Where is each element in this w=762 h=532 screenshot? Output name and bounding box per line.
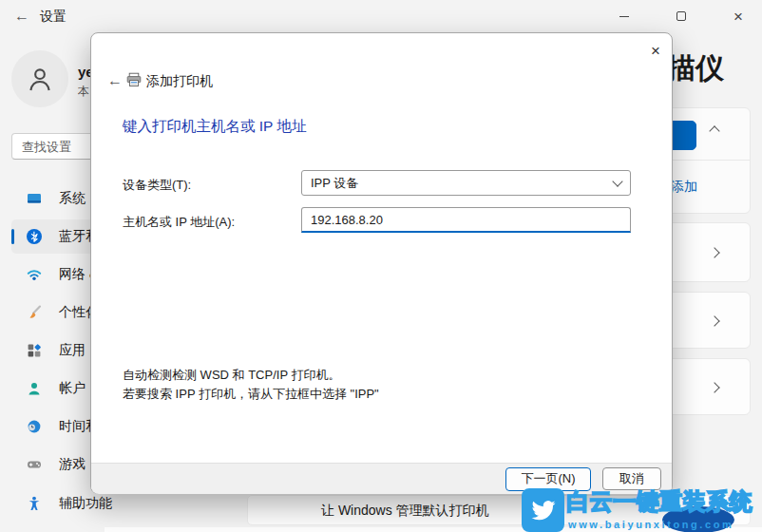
accessibility-icon xyxy=(27,496,42,511)
user-avatar[interactable] xyxy=(11,50,68,107)
hostname-input[interactable] xyxy=(301,207,631,233)
watermark-brand: 白云一键重装系统 xyxy=(566,486,752,517)
window-title: 设置 xyxy=(40,9,67,26)
hostname-label: 主机名或 IP 地址(A): xyxy=(123,214,235,231)
dialog-back-button[interactable]: ← xyxy=(103,69,127,92)
dialog-title: 添加打印机 xyxy=(146,73,213,90)
dialog-close-button[interactable]: × xyxy=(640,39,671,64)
maximize-icon xyxy=(676,11,686,21)
minimize-button[interactable] xyxy=(602,0,646,32)
add-printer-link[interactable]: 添加 xyxy=(671,179,697,196)
device-type-value: IPP 设备 xyxy=(311,175,614,192)
watermark: 白云一键重装系统 www.baiyunxitong.com xyxy=(519,484,762,532)
add-printer-dialog: × ← 添加打印机 键入打印机主机名或 IP 地址 设备类型(T): IPP 设… xyxy=(90,32,673,494)
system-icon xyxy=(27,191,42,206)
bluetooth-icon xyxy=(27,229,42,244)
bird-logo-icon xyxy=(522,488,564,532)
wifi-icon xyxy=(27,267,42,282)
page-title-fragment: 描仪 xyxy=(667,49,724,88)
gamepad-icon xyxy=(27,457,42,472)
device-type-select[interactable]: IPP 设备 xyxy=(301,170,631,196)
device-type-label: 设备类型(T): xyxy=(123,177,191,194)
hint-text: 自动检测检测 WSD 和 TCP/IP 打印机。 若要搜索 IPP 打印机，请从… xyxy=(123,366,379,404)
titlebar: ← 设置 × xyxy=(0,0,762,34)
person-icon xyxy=(24,63,56,95)
clock-icon xyxy=(27,419,42,434)
chevron-up-icon[interactable] xyxy=(709,125,719,136)
hint-line-1: 自动检测检测 WSD 和 TCP/IP 打印机。 xyxy=(123,366,379,385)
brush-icon xyxy=(27,305,42,320)
close-button[interactable]: × xyxy=(716,0,760,32)
maximize-button[interactable] xyxy=(659,0,703,32)
chevron-right-icon xyxy=(709,247,719,257)
hint-line-2: 若要搜索 IPP 打印机，请从下拉框中选择 "IPP" xyxy=(123,385,379,404)
wizard-heading: 键入打印机主机名或 IP 地址 xyxy=(123,117,306,137)
settings-window: ← 设置 × ye 本 系统 蓝牙和 网络 & 个性 xyxy=(0,0,762,532)
minimize-icon xyxy=(619,16,629,17)
chevron-down-icon xyxy=(612,176,622,186)
watermark-url: www.baiyunxitong.com xyxy=(568,519,733,530)
accounts-icon xyxy=(27,381,42,396)
apps-icon xyxy=(27,343,42,358)
user-account-type: 本 xyxy=(78,84,89,100)
manage-default-printer-label: 让 Windows 管理默认打印机 xyxy=(321,503,489,520)
selected-indicator xyxy=(11,229,14,244)
printer-icon xyxy=(126,72,142,87)
chevron-right-icon xyxy=(709,382,719,392)
chevron-right-icon xyxy=(709,315,719,326)
window-back-button[interactable]: ← xyxy=(8,3,36,29)
close-icon: × xyxy=(733,9,743,25)
